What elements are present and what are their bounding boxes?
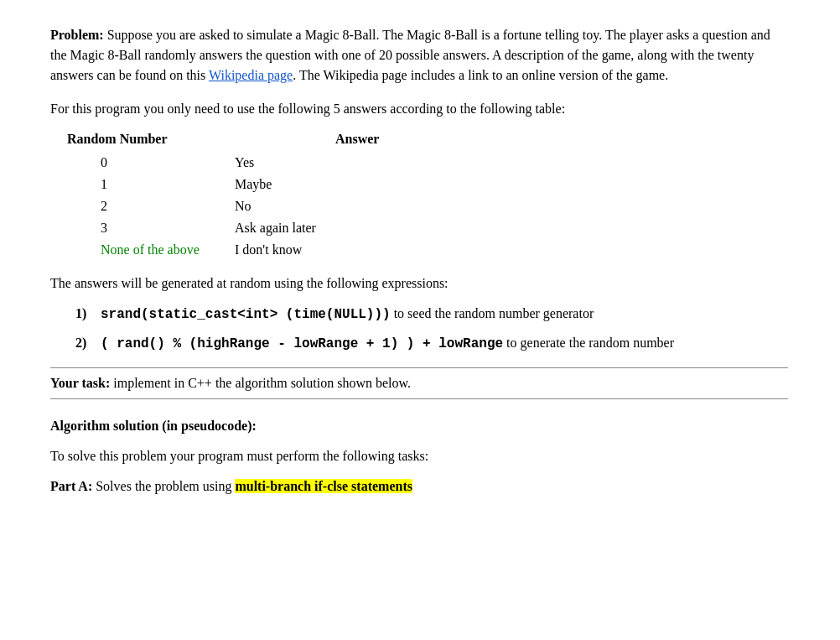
expression-2-code: ( rand() % (highRange - lowRange + 1) ) … — [101, 336, 503, 351]
table-cell-answer-0: Yes — [235, 153, 402, 173]
content-area: Problem: Suppose you are asked to simula… — [50, 25, 788, 497]
table-cell-number-3: 3 — [67, 218, 235, 238]
part-a-section: Part A: Solves the problem using multi-b… — [50, 476, 788, 497]
expressions-intro: The answers will be generated at random … — [50, 273, 788, 294]
solve-text: To solve this problem your program must … — [50, 446, 788, 466]
expression-1-text: to seed the random number generator — [391, 306, 594, 320]
problem-label: Problem: — [50, 28, 104, 42]
algorithm-section: Algorithm solution (in pseudocode): To s… — [50, 416, 788, 497]
expression-item-2: 2) ( rand() % (highRange - lowRange + 1)… — [75, 333, 788, 354]
your-task-text: implement in C++ the algorithm solution … — [110, 376, 411, 390]
table-row: 3 Ask again later — [67, 218, 788, 238]
expression-1-code: srand(static_cast<int> (time(NULL))) — [101, 307, 391, 322]
table-cell-number-1: 1 — [67, 174, 235, 195]
expression-item-1: 1) srand(static_cast<int> (time(NULL))) … — [75, 304, 788, 325]
wikipedia-link[interactable]: Wikipedia page — [209, 68, 293, 82]
divider-bottom — [50, 398, 788, 399]
table-row: None of the above I don't know — [67, 240, 788, 260]
table-cell-answer-3: Ask again later — [235, 218, 402, 238]
part-a-label: Part A: — [50, 479, 92, 493]
table-row: 0 Yes — [67, 153, 788, 173]
table-cell-number-2: 2 — [67, 196, 235, 216]
divider-top — [50, 367, 788, 368]
table-header-row: Random Number Answer — [67, 129, 788, 149]
expression-1-content: srand(static_cast<int> (time(NULL))) to … — [101, 304, 594, 325]
expression-2-content: ( rand() % (highRange - lowRange + 1) ) … — [101, 333, 674, 354]
table-cell-answer-none: I don't know — [235, 240, 402, 260]
table-cell-number-none: None of the above — [67, 240, 235, 260]
for-program-text: For this program you only need to use th… — [50, 99, 788, 119]
col1-header: Random Number — [67, 129, 235, 149]
algorithm-title-text: Algorithm solution (in pseudocode): — [50, 419, 257, 433]
answer-table: Random Number Answer 0 Yes 1 Maybe 2 No … — [67, 129, 788, 260]
expressions-list: 1) srand(static_cast<int> (time(NULL))) … — [75, 304, 788, 354]
col2-header: Answer — [335, 129, 379, 149]
table-cell-number-0: 0 — [67, 153, 235, 173]
problem-intro: Problem: Suppose you are asked to simula… — [50, 25, 788, 86]
expression-1-number: 1) — [75, 304, 92, 324]
part-a-highlight: multi-branch if-clse statements — [235, 479, 412, 493]
your-task-section: Your task: implement in C++ the algorith… — [50, 373, 788, 393]
table-cell-answer-1: Maybe — [235, 174, 402, 195]
your-task-label: Your task: — [50, 376, 110, 390]
table-row: 1 Maybe — [67, 174, 788, 195]
expression-2-text: to generate the random number — [503, 336, 674, 350]
expression-2-number: 2) — [75, 333, 92, 353]
problem-intro-text2: . The Wikipedia page includes a link to … — [293, 68, 668, 82]
table-row: 2 No — [67, 196, 788, 216]
table-cell-answer-2: No — [235, 196, 402, 216]
algorithm-title: Algorithm solution (in pseudocode): — [50, 416, 788, 436]
part-a-text: Solves the problem using — [92, 479, 235, 493]
